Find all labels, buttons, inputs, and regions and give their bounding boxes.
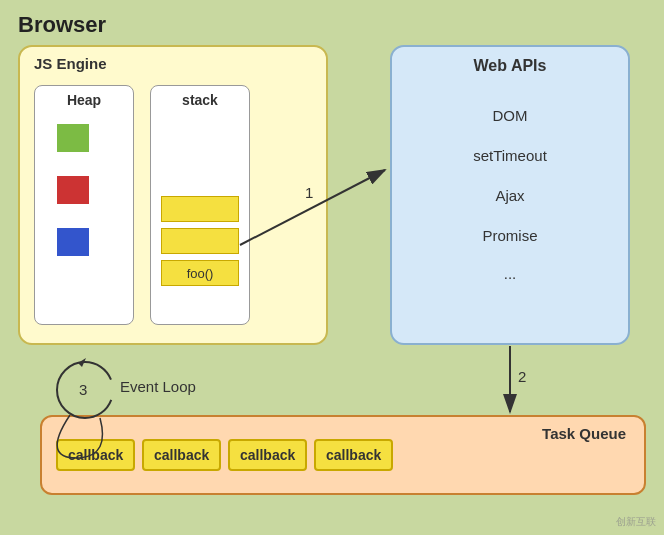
web-apis-ellipsis: ... xyxy=(392,265,628,282)
stack-bar-1 xyxy=(161,196,239,222)
event-loop-circle xyxy=(57,362,113,418)
web-apis-dom: DOM xyxy=(392,107,628,124)
callback-button-4: callback xyxy=(314,439,393,471)
heap-rect-blue xyxy=(57,228,89,256)
js-engine-box: JS Engine Heap stack foo() xyxy=(18,45,328,345)
heap-rect-red xyxy=(57,176,89,204)
web-apis-settimeout: setTimeout xyxy=(392,147,628,164)
stack-foo: foo() xyxy=(161,260,239,286)
arrow-2-label: 2 xyxy=(518,368,526,385)
stack-bar-2 xyxy=(161,228,239,254)
browser-title: Browser xyxy=(18,12,106,38)
event-loop-number: 3 xyxy=(79,381,87,398)
event-loop-label: Event Loop xyxy=(120,378,196,395)
stack-box: stack foo() xyxy=(150,85,250,325)
callback-button-3: callback xyxy=(228,439,307,471)
task-queue-box: Task Queue callback callback callback ca… xyxy=(40,415,646,495)
web-apis-promise: Promise xyxy=(392,227,628,244)
js-engine-label: JS Engine xyxy=(34,55,107,72)
callback-button-2: callback xyxy=(142,439,221,471)
task-queue-label: Task Queue xyxy=(542,425,626,442)
watermark: 创新互联 xyxy=(616,515,656,529)
heap-rect-green xyxy=(57,124,89,152)
web-apis-box: Web APIs DOM setTimeout Ajax Promise ... xyxy=(390,45,630,345)
web-apis-ajax: Ajax xyxy=(392,187,628,204)
heap-label: Heap xyxy=(67,92,101,108)
callback-button-1: callback xyxy=(56,439,135,471)
heap-box: Heap xyxy=(34,85,134,325)
stack-label: stack xyxy=(182,92,218,108)
event-loop-arrowhead xyxy=(78,358,86,367)
web-apis-label: Web APIs xyxy=(474,57,547,75)
